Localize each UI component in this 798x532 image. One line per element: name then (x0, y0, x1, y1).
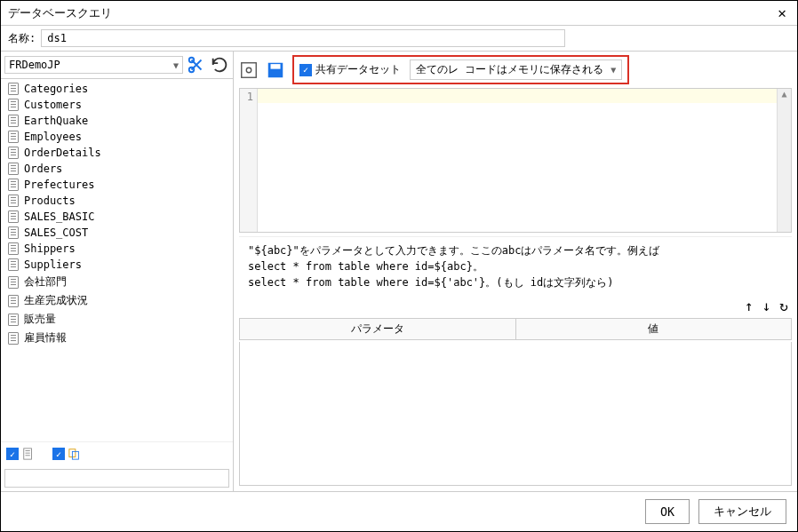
refresh-params-icon[interactable]: ↻ (779, 298, 788, 314)
table-name: OrderDetails (24, 147, 101, 159)
window-title: データベースクエリ (8, 5, 112, 21)
move-up-icon[interactable]: ↑ (745, 298, 754, 314)
table-item[interactable]: OrderDetails (3, 145, 231, 161)
table-icon (8, 226, 19, 239)
refresh-button[interactable] (210, 55, 229, 75)
table-name: SALES_COST (24, 226, 88, 239)
table-icon (8, 83, 19, 95)
table-name: Products (24, 195, 76, 207)
checkbox-2[interactable]: ✓ (52, 448, 65, 460)
table-item[interactable]: Prefectures (3, 177, 231, 193)
line-number: 1 (240, 91, 253, 103)
table-icon (8, 210, 19, 223)
svg-rect-2 (24, 449, 32, 459)
search-input[interactable] (4, 469, 229, 488)
table-name: Categories (24, 83, 88, 95)
table-icon (8, 131, 19, 143)
table-item[interactable]: 雇員情報 (3, 329, 231, 347)
name-row: 名称: (1, 26, 797, 51)
table-name: 会社部門 (24, 274, 67, 290)
move-down-icon[interactable]: ↓ (762, 298, 771, 314)
table-name: Employees (24, 131, 82, 143)
table-item[interactable]: Orders (3, 161, 231, 177)
checkbox-1[interactable]: ✓ (6, 448, 19, 460)
table-item[interactable]: EarthQuake (3, 113, 231, 129)
name-input[interactable] (41, 29, 565, 47)
left-search (1, 465, 233, 491)
table-name: Orders (24, 163, 62, 175)
footer: OK キャンセル (1, 491, 797, 531)
right-toolbar: ✓ 共有データセット 全てのレ コードはメモリに保存される ▼ (234, 52, 797, 88)
table-item[interactable]: Customers (3, 97, 231, 113)
table-item[interactable]: Employees (3, 129, 231, 145)
right-panel: ✓ 共有データセット 全てのレ コードはメモリに保存される ▼ 1 ▲ (234, 52, 797, 491)
table-icon (8, 276, 19, 289)
svg-rect-8 (242, 62, 257, 77)
hint-line-3: select * from table where id=${'abc'}。(も… (248, 274, 783, 290)
table-icon (8, 179, 19, 191)
table-icon (8, 99, 19, 111)
left-bottom-bar: ✓ ✓ (1, 441, 233, 465)
table-item[interactable]: 生産完成状況 (3, 291, 231, 310)
table-name: Suppliers (24, 258, 82, 271)
copyrows-icon (68, 448, 81, 460)
current-line-highlight (258, 89, 777, 103)
table-icon (8, 258, 19, 271)
save-button[interactable] (266, 60, 285, 80)
body: FRDemoJP ▼ CategoriesCustomersEarthQuake… (1, 51, 797, 491)
ok-button[interactable]: OK (645, 499, 690, 524)
table-name: SALES_BASIC (24, 210, 94, 223)
param-toolbar: ↑ ↓ ↻ (234, 296, 797, 316)
name-label: 名称: (8, 31, 36, 46)
sql-editor: 1 ▲ (239, 88, 792, 233)
table-name: Prefectures (24, 179, 94, 191)
table-item[interactable]: SALES_COST (3, 225, 231, 241)
editor-body[interactable] (258, 89, 777, 232)
table-name: 生産完成状況 (24, 293, 88, 308)
close-icon[interactable]: ✕ (774, 4, 790, 21)
chevron-down-icon: ▼ (173, 60, 179, 70)
table-icon (8, 163, 19, 175)
refresh-icon (210, 55, 229, 75)
doc-icon (22, 448, 35, 460)
table-item[interactable]: Shippers (3, 241, 231, 257)
hint-line-1: "${abc}"をパラメータとして入力できます。ここのabcはパラメータ名です。… (248, 242, 783, 258)
table-icon (8, 314, 19, 326)
table-icon (8, 242, 19, 255)
left-toolbar: FRDemoJP ▼ (1, 52, 233, 79)
shared-dataset-label: 共有データセット (315, 62, 401, 77)
table-icon (8, 115, 19, 127)
scissors-icon (187, 55, 206, 75)
table-list[interactable]: CategoriesCustomersEarthQuakeEmployeesOr… (1, 79, 233, 441)
table-item[interactable]: 会社部門 (3, 273, 231, 291)
cut-button[interactable] (187, 55, 206, 75)
param-header-name: パラメータ (240, 319, 516, 339)
scroll-up-icon: ▲ (781, 89, 786, 99)
table-item[interactable]: Categories (3, 81, 231, 97)
shared-dataset-checkbox[interactable]: ✓ (299, 64, 312, 76)
cancel-button[interactable]: キャンセル (698, 499, 786, 524)
table-name: Customers (24, 99, 82, 111)
database-select[interactable]: FRDemoJP ▼ (4, 56, 183, 74)
memory-mode-select[interactable]: 全てのレ コードはメモリに保存される ▼ (410, 60, 622, 80)
dialog-window: データベースクエリ ✕ 名称: FRDemoJP ▼ CategoriesCus… (0, 0, 798, 532)
table-item[interactable]: Products (3, 193, 231, 209)
editor-scrollbar[interactable]: ▲ (777, 89, 791, 232)
svg-point-9 (246, 67, 251, 73)
titlebar: データベースクエリ ✕ (1, 1, 797, 26)
table-name: EarthQuake (24, 115, 88, 127)
table-item[interactable]: 販売量 (3, 310, 231, 329)
highlighted-section: ✓ 共有データセット 全てのレ コードはメモリに保存される ▼ (292, 55, 629, 84)
table-icon (8, 195, 19, 207)
param-table-body[interactable] (239, 342, 792, 486)
preview-button[interactable] (239, 60, 259, 80)
preview-icon (239, 60, 259, 80)
table-item[interactable]: Suppliers (3, 257, 231, 273)
hint-text: "${abc}"をパラメータとして入力できます。ここのabcはパラメータ名です。… (239, 236, 792, 296)
svg-rect-11 (271, 64, 281, 69)
table-item[interactable]: SALES_BASIC (3, 209, 231, 225)
memory-mode-value: 全てのレ コードはメモリに保存される (416, 62, 603, 77)
table-icon (8, 332, 19, 345)
param-table-header: パラメータ 値 (239, 318, 792, 340)
hint-line-2: select * from table where id=${abc}。 (248, 258, 783, 274)
